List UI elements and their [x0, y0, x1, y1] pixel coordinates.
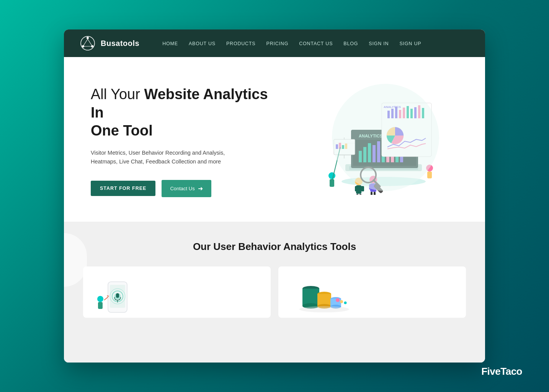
- hero-subtitle: Visitor Metrics, User Behavior Recording…: [91, 149, 252, 166]
- nav-signup[interactable]: SIGN UP: [399, 41, 421, 46]
- hero-buttons: START FOR FREE Contact Us ➜: [91, 180, 274, 197]
- svg-point-86: [336, 298, 340, 302]
- nav-products[interactable]: PRODUCTS: [226, 41, 256, 46]
- svg-line-75: [104, 297, 108, 300]
- hero-left: All Your Website Analytics InOne Tool Vi…: [91, 85, 274, 197]
- svg-rect-40: [361, 186, 364, 191]
- tools-section: Our User Behavior Analytics Tools: [64, 222, 485, 363]
- tool-card-2-illustration: [290, 278, 351, 318]
- hero-title: All Your Website Analytics InOne Tool: [91, 85, 274, 140]
- svg-line-5: [83, 39, 88, 46]
- tool-2-svg: [290, 278, 351, 316]
- contact-us-label: Contact Us: [170, 186, 194, 191]
- svg-point-89: [299, 306, 349, 312]
- svg-rect-41: [356, 194, 358, 195]
- svg-point-58: [328, 172, 335, 179]
- contact-us-button[interactable]: Contact Us ➜: [162, 180, 211, 197]
- arrow-icon: ➜: [198, 185, 203, 192]
- logo-icon: [79, 35, 96, 52]
- svg-point-1: [87, 37, 89, 39]
- nav-contact[interactable]: CONTACT US: [299, 41, 333, 46]
- start-free-button[interactable]: START FOR FREE: [91, 181, 155, 196]
- browser-window: Busatools HOME ABOUT US PRODUCTS PRICING…: [64, 29, 485, 363]
- svg-rect-39: [355, 186, 358, 191]
- watermark: FiveTaco: [481, 366, 522, 377]
- svg-rect-47: [371, 192, 373, 195]
- svg-rect-71: [116, 293, 119, 298]
- svg-rect-65: [427, 172, 432, 178]
- navbar: Busatools HOME ABOUT US PRODUCTS PRICING…: [64, 29, 485, 57]
- brand-name: Busatools: [101, 39, 139, 48]
- logo-area: Busatools: [79, 35, 139, 52]
- nav-home[interactable]: HOME: [162, 41, 178, 46]
- hero-section: All Your Website Analytics InOne Tool Vi…: [64, 57, 485, 222]
- svg-rect-42: [359, 194, 361, 195]
- svg-line-4: [88, 39, 92, 46]
- hero-illustration: ANALYTICS: [317, 80, 462, 203]
- svg-point-87: [340, 300, 343, 303]
- nav-pricing[interactable]: PRICING: [266, 41, 289, 46]
- tool-card-1-illustration: [95, 278, 141, 318]
- nav-about[interactable]: ABOUT US: [189, 41, 216, 46]
- svg-point-88: [344, 302, 347, 304]
- section-title: Our User Behavior Analytics Tools: [83, 241, 466, 253]
- nav-links: HOME ABOUT US PRODUCTS PRICING CONTACT U…: [162, 40, 421, 47]
- svg-rect-48: [374, 192, 376, 195]
- tool-card-1: [83, 266, 271, 318]
- svg-rect-74: [98, 302, 103, 309]
- svg-point-73: [97, 296, 103, 302]
- nav-signin[interactable]: SIGN IN: [369, 41, 389, 46]
- tools-grid: [83, 266, 466, 318]
- tool-1-svg: [95, 278, 141, 316]
- tool-card-2: [278, 266, 466, 318]
- nav-blog[interactable]: BLOG: [343, 41, 358, 46]
